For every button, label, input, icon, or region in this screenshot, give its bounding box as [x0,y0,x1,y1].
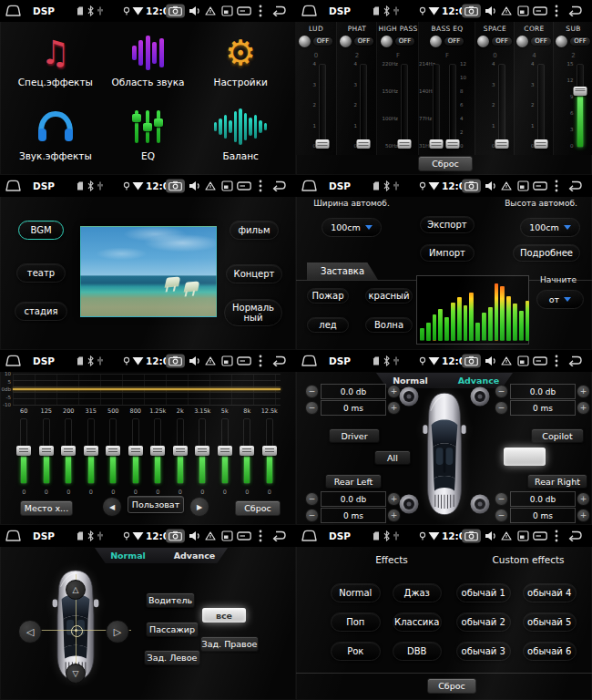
theater-button[interactable]: театр [16,263,66,283]
screenshot-icon[interactable] [517,5,529,16]
db-field[interactable]: 0.0 db [510,491,576,507]
slider-track[interactable] [266,418,273,484]
slider-thumb[interactable] [106,446,120,456]
home-icon[interactable] [301,5,318,17]
slider-track[interactable] [20,418,27,484]
channel-slider[interactable]: 43210 [340,62,374,153]
eject-icon[interactable] [205,6,216,16]
start-select[interactable]: от [536,290,584,309]
home-icon[interactable] [301,355,318,367]
increase-ms-button[interactable] [577,401,590,415]
width-select[interactable]: 100cm [322,218,382,237]
volume-icon[interactable] [189,180,200,191]
slider-thumb[interactable] [357,139,371,149]
rear-left-button[interactable]: Зад. Левое [144,650,200,665]
decrease-db-button[interactable] [495,385,508,398]
camera-icon[interactable] [462,5,481,18]
channel-slider[interactable]: 15129630 [556,62,591,153]
increase-db-button[interactable] [577,492,590,506]
eq-band-slider[interactable] [36,417,58,488]
details-button[interactable]: Подробнее [513,244,580,262]
slider-track[interactable] [433,64,440,148]
import-button[interactable]: Импорт [420,244,475,262]
slider-track[interactable] [221,418,229,484]
home-icon[interactable] [5,180,22,192]
db-field[interactable]: 0.0 db [321,491,386,507]
channel-slider[interactable]: 43210 [478,62,513,153]
overflow-menu-icon[interactable] [555,180,558,192]
effect-preset-button[interactable]: Джаз [393,583,443,602]
overflow-menu-icon[interactable] [259,355,262,367]
ms-field[interactable]: 0 ms [510,508,576,523]
slider-track[interactable] [154,418,161,484]
reset-button[interactable]: Сброс [235,500,281,516]
slider-thumb[interactable] [240,446,254,456]
custom-effect-button[interactable]: обычай 3 [456,642,511,661]
slider-track[interactable] [360,64,367,148]
channel-toggle[interactable]: OFF [515,36,554,47]
slider-thumb[interactable] [446,139,460,149]
fire-button[interactable]: Пожар [307,288,349,304]
concert-button[interactable]: Концерт [226,264,282,283]
stage-button[interactable]: стадия [15,302,67,321]
slider-thumb[interactable] [495,139,508,149]
eq-band-slider[interactable] [236,417,259,488]
screenshot-icon[interactable] [517,180,529,191]
slider-thumb[interactable] [39,446,54,456]
eq-band-slider[interactable] [214,417,237,488]
eq-band-slider[interactable] [169,417,192,488]
custom-effect-button[interactable]: обычай 1 [456,583,511,602]
tab-advance[interactable]: Advance [161,548,228,563]
effect-preset-button[interactable]: Рок [331,642,381,661]
screenshot-icon[interactable] [221,530,233,541]
eq-band-slider[interactable] [191,417,214,488]
effect-preset-button[interactable]: Normal [331,583,381,602]
menu-item[interactable]: Область звука [102,24,195,98]
overflow-menu-icon[interactable] [259,530,262,542]
slider-track[interactable] [537,64,545,148]
slider-thumb[interactable] [128,446,143,456]
sim-card-icon[interactable] [237,531,251,540]
move-down-button[interactable] [66,664,86,684]
eq-band-slider[interactable] [147,417,169,488]
passenger-button[interactable]: Пассажир [146,622,199,637]
channel-toggle[interactable]: OFF [419,36,475,47]
eject-icon[interactable] [205,531,216,541]
custom-effect-button[interactable]: обычай 2 [456,612,511,632]
custom-effect-button[interactable]: обычай 4 [523,583,577,602]
screenshot-icon[interactable] [517,530,529,541]
eject-icon[interactable] [501,181,512,191]
menu-item[interactable]: ♫Спец.эффекты [9,24,102,98]
eq-band-slider[interactable] [80,417,103,488]
driver-button[interactable]: Driver [329,428,380,443]
slider-thumb[interactable] [262,446,277,456]
slider-thumb[interactable] [173,446,188,456]
slider-track[interactable] [449,64,456,148]
export-button[interactable]: Экспорт [420,216,475,233]
decrease-db-button[interactable] [305,492,319,506]
volume-icon[interactable] [485,530,496,541]
menu-item[interactable]: EQ [102,98,195,171]
volume-icon[interactable] [189,530,200,541]
rear-right-button[interactable]: Rear Right [527,474,587,489]
screenshot-icon[interactable] [517,355,529,366]
user-preset-button[interactable]: Пользоват [128,496,184,513]
slider-thumb[interactable] [398,139,412,149]
wave-button[interactable]: Волна [365,317,413,333]
slider-track[interactable] [132,418,139,484]
channel-toggle[interactable]: OFF [377,36,419,47]
eq-band-slider[interactable] [13,417,36,488]
home-icon[interactable] [5,530,22,542]
balance-point[interactable] [71,625,83,637]
move-right-button[interactable] [106,620,129,643]
eq-band-slider[interactable] [259,417,281,488]
back-icon[interactable] [271,5,286,16]
sim-card-icon[interactable] [533,356,547,365]
channel-slider[interactable]: 121086420 [447,62,475,153]
camera-icon[interactable] [462,530,481,543]
next-preset-button[interactable] [189,497,209,517]
db-field[interactable]: 0.0 db [510,384,576,399]
all-button[interactable]: All [374,450,411,465]
camera-icon[interactable] [166,530,185,543]
camera-icon[interactable] [166,180,185,193]
